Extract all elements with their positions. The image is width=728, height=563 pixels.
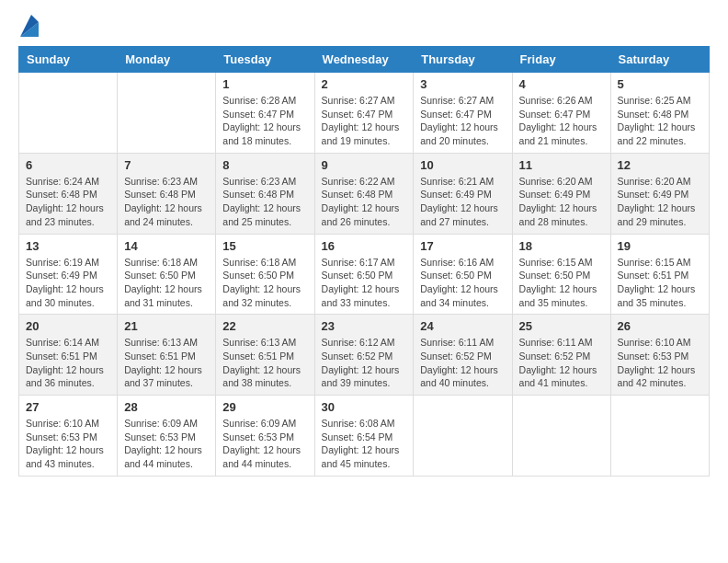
calendar-body: 1Sunrise: 6:28 AM Sunset: 6:47 PM Daylig… xyxy=(19,73,710,477)
logo-icon xyxy=(20,15,39,37)
day-number: 15 xyxy=(222,239,307,253)
day-info: Sunrise: 6:26 AM Sunset: 6:47 PM Dayligh… xyxy=(519,94,604,148)
day-number: 6 xyxy=(26,158,110,172)
day-info: Sunrise: 6:27 AM Sunset: 6:47 PM Dayligh… xyxy=(420,94,505,148)
day-of-week-header: Monday xyxy=(118,47,216,73)
calendar-cell: 14Sunrise: 6:18 AM Sunset: 6:50 PM Dayli… xyxy=(118,234,216,315)
day-number: 21 xyxy=(124,319,209,333)
day-info: Sunrise: 6:23 AM Sunset: 6:48 PM Dayligh… xyxy=(124,175,209,229)
calendar-cell: 9Sunrise: 6:22 AM Sunset: 6:48 PM Daylig… xyxy=(314,153,414,234)
day-number: 25 xyxy=(519,319,604,333)
day-number: 9 xyxy=(322,158,407,172)
day-info: Sunrise: 6:17 AM Sunset: 6:50 PM Dayligh… xyxy=(322,256,407,310)
calendar-cell xyxy=(610,396,709,477)
day-info: Sunrise: 6:20 AM Sunset: 6:49 PM Dayligh… xyxy=(618,175,702,229)
day-info: Sunrise: 6:14 AM Sunset: 6:51 PM Dayligh… xyxy=(26,336,110,390)
calendar-cell: 19Sunrise: 6:15 AM Sunset: 6:51 PM Dayli… xyxy=(610,234,709,315)
calendar-cell: 17Sunrise: 6:16 AM Sunset: 6:50 PM Dayli… xyxy=(414,234,512,315)
day-number: 8 xyxy=(222,158,307,172)
calendar-cell: 5Sunrise: 6:25 AM Sunset: 6:48 PM Daylig… xyxy=(610,73,709,154)
day-info: Sunrise: 6:12 AM Sunset: 6:52 PM Dayligh… xyxy=(322,336,407,390)
day-info: Sunrise: 6:28 AM Sunset: 6:47 PM Dayligh… xyxy=(222,94,307,148)
day-number: 28 xyxy=(124,400,209,414)
day-info: Sunrise: 6:16 AM Sunset: 6:50 PM Dayligh… xyxy=(420,256,505,310)
calendar-cell: 7Sunrise: 6:23 AM Sunset: 6:48 PM Daylig… xyxy=(118,153,216,234)
day-number: 11 xyxy=(519,158,604,172)
calendar-cell: 4Sunrise: 6:26 AM Sunset: 6:47 PM Daylig… xyxy=(512,73,610,154)
day-of-week-header: Friday xyxy=(512,47,610,73)
day-info: Sunrise: 6:11 AM Sunset: 6:52 PM Dayligh… xyxy=(420,336,505,390)
day-number: 23 xyxy=(322,319,407,333)
day-number: 20 xyxy=(26,319,110,333)
day-number: 12 xyxy=(618,158,702,172)
day-info: Sunrise: 6:08 AM Sunset: 6:54 PM Dayligh… xyxy=(322,417,407,471)
day-number: 16 xyxy=(322,239,407,253)
calendar-cell: 24Sunrise: 6:11 AM Sunset: 6:52 PM Dayli… xyxy=(414,315,512,396)
day-info: Sunrise: 6:15 AM Sunset: 6:50 PM Dayligh… xyxy=(519,256,604,310)
calendar-cell: 27Sunrise: 6:10 AM Sunset: 6:53 PM Dayli… xyxy=(19,396,118,477)
day-info: Sunrise: 6:23 AM Sunset: 6:48 PM Dayligh… xyxy=(222,175,307,229)
day-info: Sunrise: 6:15 AM Sunset: 6:51 PM Dayligh… xyxy=(618,256,702,310)
logo xyxy=(18,18,39,37)
day-of-week-header: Tuesday xyxy=(216,47,314,73)
day-info: Sunrise: 6:09 AM Sunset: 6:53 PM Dayligh… xyxy=(222,417,307,471)
day-number: 26 xyxy=(618,319,702,333)
calendar-cell: 3Sunrise: 6:27 AM Sunset: 6:47 PM Daylig… xyxy=(414,73,512,154)
calendar-cell: 18Sunrise: 6:15 AM Sunset: 6:50 PM Dayli… xyxy=(512,234,610,315)
day-number: 5 xyxy=(618,77,702,91)
calendar-cell: 13Sunrise: 6:19 AM Sunset: 6:49 PM Dayli… xyxy=(19,234,118,315)
day-info: Sunrise: 6:27 AM Sunset: 6:47 PM Dayligh… xyxy=(322,94,407,148)
calendar-cell xyxy=(19,73,118,154)
day-info: Sunrise: 6:10 AM Sunset: 6:53 PM Dayligh… xyxy=(618,336,702,390)
calendar-week-row: 1Sunrise: 6:28 AM Sunset: 6:47 PM Daylig… xyxy=(19,73,710,154)
calendar-cell: 25Sunrise: 6:11 AM Sunset: 6:52 PM Dayli… xyxy=(512,315,610,396)
calendar-cell xyxy=(414,396,512,477)
calendar-cell: 30Sunrise: 6:08 AM Sunset: 6:54 PM Dayli… xyxy=(314,396,414,477)
day-number: 18 xyxy=(519,239,604,253)
day-number: 27 xyxy=(26,400,110,414)
calendar-cell: 23Sunrise: 6:12 AM Sunset: 6:52 PM Dayli… xyxy=(314,315,414,396)
day-of-week-header: Wednesday xyxy=(314,47,414,73)
day-info: Sunrise: 6:24 AM Sunset: 6:48 PM Dayligh… xyxy=(26,175,110,229)
day-number: 30 xyxy=(322,400,407,414)
calendar-header: SundayMondayTuesdayWednesdayThursdayFrid… xyxy=(19,47,710,73)
day-number: 4 xyxy=(519,77,604,91)
calendar-cell: 29Sunrise: 6:09 AM Sunset: 6:53 PM Dayli… xyxy=(216,396,314,477)
day-number: 3 xyxy=(420,77,505,91)
day-number: 22 xyxy=(222,319,307,333)
calendar-cell: 8Sunrise: 6:23 AM Sunset: 6:48 PM Daylig… xyxy=(216,153,314,234)
day-of-week-header: Thursday xyxy=(414,47,512,73)
day-info: Sunrise: 6:25 AM Sunset: 6:48 PM Dayligh… xyxy=(618,94,702,148)
calendar-cell: 1Sunrise: 6:28 AM Sunset: 6:47 PM Daylig… xyxy=(216,73,314,154)
day-number: 10 xyxy=(420,158,505,172)
day-number: 7 xyxy=(124,158,209,172)
day-info: Sunrise: 6:21 AM Sunset: 6:49 PM Dayligh… xyxy=(420,175,505,229)
calendar-cell xyxy=(118,73,216,154)
day-number: 24 xyxy=(420,319,505,333)
calendar-cell: 20Sunrise: 6:14 AM Sunset: 6:51 PM Dayli… xyxy=(19,315,118,396)
day-number: 17 xyxy=(420,239,505,253)
day-of-week-header: Sunday xyxy=(19,47,118,73)
day-info: Sunrise: 6:13 AM Sunset: 6:51 PM Dayligh… xyxy=(124,336,209,390)
calendar-cell: 28Sunrise: 6:09 AM Sunset: 6:53 PM Dayli… xyxy=(118,396,216,477)
day-info: Sunrise: 6:19 AM Sunset: 6:49 PM Dayligh… xyxy=(26,256,110,310)
calendar-cell: 10Sunrise: 6:21 AM Sunset: 6:49 PM Dayli… xyxy=(414,153,512,234)
calendar-cell: 21Sunrise: 6:13 AM Sunset: 6:51 PM Dayli… xyxy=(118,315,216,396)
page-header xyxy=(18,18,710,37)
day-number: 29 xyxy=(222,400,307,414)
day-info: Sunrise: 6:18 AM Sunset: 6:50 PM Dayligh… xyxy=(124,256,209,310)
day-number: 19 xyxy=(618,239,702,253)
day-number: 14 xyxy=(124,239,209,253)
day-number: 2 xyxy=(322,77,407,91)
calendar-week-row: 27Sunrise: 6:10 AM Sunset: 6:53 PM Dayli… xyxy=(19,396,710,477)
calendar-cell: 12Sunrise: 6:20 AM Sunset: 6:49 PM Dayli… xyxy=(610,153,709,234)
day-info: Sunrise: 6:09 AM Sunset: 6:53 PM Dayligh… xyxy=(124,417,209,471)
calendar-cell: 15Sunrise: 6:18 AM Sunset: 6:50 PM Dayli… xyxy=(216,234,314,315)
calendar-cell: 11Sunrise: 6:20 AM Sunset: 6:49 PM Dayli… xyxy=(512,153,610,234)
calendar-week-row: 20Sunrise: 6:14 AM Sunset: 6:51 PM Dayli… xyxy=(19,315,710,396)
calendar-table: SundayMondayTuesdayWednesdayThursdayFrid… xyxy=(18,46,710,477)
calendar-cell: 6Sunrise: 6:24 AM Sunset: 6:48 PM Daylig… xyxy=(19,153,118,234)
calendar-cell: 2Sunrise: 6:27 AM Sunset: 6:47 PM Daylig… xyxy=(314,73,414,154)
day-number: 13 xyxy=(26,239,110,253)
day-info: Sunrise: 6:20 AM Sunset: 6:49 PM Dayligh… xyxy=(519,175,604,229)
